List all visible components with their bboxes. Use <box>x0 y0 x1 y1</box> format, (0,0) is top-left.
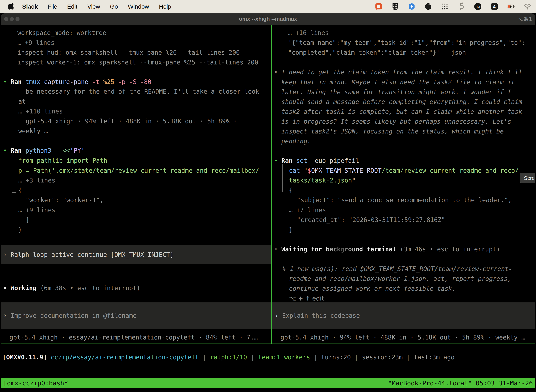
menu-bar: Slack File Edit View Go Window Help ..61… <box>0 0 536 13</box>
thinking-line: pending. <box>281 138 311 145</box>
terminal-line: inspect_hud: omx sparkshell --tmux-pane … <box>17 49 240 56</box>
thinking-line: keep that in mind. Maybe I also need the… <box>281 79 515 86</box>
keypad-shield-icon[interactable] <box>391 2 399 10</box>
pane-bottom-border <box>1 344 535 344</box>
thinking-line: should send a message before completing … <box>281 98 522 106</box>
thinking-line: task2 after task1 is complete, but can I… <box>281 108 522 115</box>
badge-61-text: ..61 <box>475 5 480 9</box>
window-titlebar: omx --xhigh --madmax ⌥⌘1 <box>1 13 535 25</box>
pane-divider[interactable] <box>271 25 272 344</box>
terminal-line: workspace_mode: worktree <box>17 29 106 37</box>
ran-set-command: • Ran set -euo pipefail <box>274 157 359 164</box>
tmux-session-name: [omx-cczip0:bash* <box>3 379 68 387</box>
record-icon[interactable] <box>375 2 383 10</box>
apple-menu-icon[interactable] <box>7 3 14 10</box>
terminal-line: '{"team_name":"my-team","task_id":"1","f… <box>288 39 525 46</box>
input-placeholder[interactable]: Explain this codebase <box>282 312 360 319</box>
thinking-line: is in progress? It seems likely but perh… <box>281 118 511 125</box>
thinking-bullet-icon: • <box>274 69 278 76</box>
pane-right[interactable]: … +16 lines '{"team_name":"my-team","tas… <box>272 25 535 344</box>
menu-item-window[interactable]: Window <box>128 3 149 10</box>
run-bullet-icon: • <box>3 147 7 154</box>
command-output-line: gpt-5.4 xhigh · 94% left · 488K in · 5.1… <box>26 117 237 125</box>
ran-tmux-command: • Ran tmux capture-pane -t %25 -p -S -80 <box>3 78 151 85</box>
squiggle-icon[interactable] <box>457 2 465 10</box>
tmux-status-bar: [omx-cczip0:bash* "MacBook-Pro-44.local"… <box>1 378 535 388</box>
edit-shortcut-hint: ⌥ + ↑ edit <box>289 295 324 302</box>
command-output-line: be necessary for the end of the README. … <box>26 88 259 95</box>
collapsed-lines-indicator: … +9 lines <box>17 39 54 46</box>
omx-status-line: [OMX#0.11.9] cczip/essay/ai-reimplementa… <box>2 354 455 361</box>
json-output-line: "created_at": "2026-03-31T11:59:27.816Z" <box>297 216 445 224</box>
menu-item-slack[interactable]: Slack <box>22 3 38 10</box>
tmux-host-clock: "MacBook-Pro-44.local" 05:03 31-Mar-26 <box>388 379 533 387</box>
json-output-line: ] <box>26 216 29 224</box>
collapsed-lines-indicator: … +110 lines <box>18 108 63 115</box>
menu-item-view[interactable]: View <box>87 3 100 10</box>
input-placeholder[interactable]: Improve documentation in @filename <box>10 312 136 319</box>
hexagon-bolt-icon[interactable] <box>408 2 416 10</box>
waiting-status: • Waiting for background terminal (3m 46… <box>274 246 500 253</box>
python-code-line: from pathlib import Path <box>18 157 107 164</box>
input-source-icon[interactable]: A <box>490 2 498 10</box>
menu-item-help[interactable]: Help <box>159 3 171 10</box>
omx-version: [OMX#0.11.9] <box>2 354 47 361</box>
python-code-line: p = Path('.omx/state/team/review-current… <box>18 167 259 174</box>
omx-last: last:3m ago <box>414 354 455 361</box>
json-output-line: "subject": "send a concise recommendatio… <box>297 196 512 204</box>
cat-command-line: cat "$OMX_TEAM_STATE_ROOT/team/review-cu… <box>289 167 519 174</box>
window-shortcut: ⌥⌘1 <box>517 13 532 25</box>
collapsed-lines-indicator: … +3 lines <box>18 177 55 184</box>
json-output-line: } <box>289 226 293 233</box>
model-status-line: gpt-5.4 xhigh · 94% left · 488K in · 5.1… <box>281 334 525 341</box>
mailbox-message-line: ↳ 1 new msg(s): read $OMX_TEAM_STATE_ROO… <box>281 265 512 273</box>
output-corner-line <box>282 164 287 192</box>
dot-grid-icon[interactable] <box>441 2 449 10</box>
terminal-window: omx --xhigh --madmax ⌥⌘1 workspace_mode:… <box>1 13 535 390</box>
menu-status-icons: ..61 A <box>375 2 531 10</box>
json-output-line: { <box>18 187 22 194</box>
pane-left[interactable]: workspace_mode: worktree … +9 lines insp… <box>1 25 271 344</box>
wifi-icon[interactable] <box>523 2 531 10</box>
terminal-line: "completed","claim_token":"claim-token"}… <box>288 49 466 56</box>
thinking-line: inspect task2's JSON, focusing on the st… <box>281 128 504 135</box>
omx-team: team:1 workers <box>258 354 310 361</box>
omx-project: cczip/essay/ai-reimplementation-copyleft <box>51 354 199 361</box>
badge-61-icon[interactable]: ..61 <box>474 2 482 10</box>
mailbox-message-line: readme-and-reco/mailbox/worker-1.json, a… <box>289 275 511 282</box>
prompt-input-right[interactable]: › Explain this codebase <box>272 303 535 329</box>
working-bullet-icon: • <box>3 285 7 292</box>
json-output-line: "worker": "worker-1", <box>26 196 104 204</box>
collapsed-lines-indicator: … +9 lines <box>18 206 55 214</box>
pie-circle-icon[interactable] <box>424 2 432 10</box>
cat-command-line: tasks/task-2.json" <box>289 177 356 184</box>
chevron-prompt-icon: › <box>3 312 7 319</box>
thinking-line: later. Using the same for transition mig… <box>281 88 511 96</box>
menu-item-edit[interactable]: Edit <box>67 3 77 10</box>
run-bullet-icon: • <box>3 78 7 85</box>
omx-ralph: ralph:1/10 <box>210 354 247 361</box>
collapsed-lines-indicator: … +7 lines <box>289 206 326 214</box>
ran-python-command: • Ran python3 - <<'PY' <box>3 147 85 154</box>
chevron-prompt-icon: › <box>3 251 7 258</box>
collapsed-lines-indicator: … +16 lines <box>288 29 329 37</box>
json-output-line: { <box>289 187 293 194</box>
output-corner-line <box>12 85 16 94</box>
thinking-line: • I need to get the claim token from the… <box>274 69 522 76</box>
menu-item-go[interactable]: Go <box>110 3 118 10</box>
menu-item-file[interactable]: File <box>48 3 57 10</box>
prompt-input-left[interactable]: › Improve documentation in @filename <box>1 303 271 329</box>
chevron-prompt-icon: › <box>275 312 278 319</box>
omx-session: session:23m <box>362 354 403 361</box>
ralph-loop-text: Ralph loop active continue [OMX_TMUX_INJ… <box>10 251 174 258</box>
window-title: omx --xhigh --madmax <box>1 13 535 25</box>
working-status: • Working (6m 38s • esc to interrupt) <box>3 284 140 292</box>
mailbox-message-line: continue assigned work or next feasible … <box>289 285 456 292</box>
command-output-line: weekly … <box>18 127 48 135</box>
output-corner-line <box>12 154 16 193</box>
svg-text:A: A <box>493 5 496 9</box>
omx-turns: turns:20 <box>321 354 351 361</box>
command-output-line: at <box>18 98 26 105</box>
json-output-line: } <box>18 226 22 233</box>
battery-icon[interactable] <box>507 2 515 10</box>
